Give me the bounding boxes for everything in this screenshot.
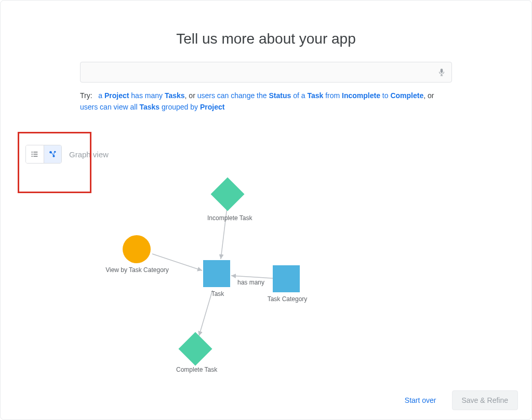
microphone-icon[interactable] (437, 67, 446, 77)
svg-rect-8 (33, 156, 37, 156)
suggestion-link-2[interactable]: users can change the Status of a Task fr… (197, 91, 424, 100)
graph-view-toggle[interactable] (44, 145, 61, 163)
try-label: Try: (80, 91, 92, 100)
sep: , or (185, 91, 197, 100)
graph-canvas[interactable]: Incomplete Task View by Task Category Ta… (1, 172, 532, 390)
svg-rect-0 (441, 69, 443, 73)
svg-point-5 (32, 156, 33, 157)
svg-point-4 (32, 154, 33, 155)
node-label: View by Task Category (104, 266, 170, 274)
node-task[interactable] (203, 260, 230, 287)
node-label: Task (207, 290, 228, 297)
suggestion-link-3[interactable]: users can view all Tasks grouped by Proj… (80, 103, 224, 111)
svg-point-3 (32, 152, 33, 153)
search-box[interactable] (80, 62, 452, 83)
svg-point-11 (52, 155, 55, 157)
page-title: Tell us more about your app (1, 31, 531, 47)
node-label: Task Category (265, 295, 309, 303)
svg-line-16 (231, 276, 273, 278)
suggestion-link-1[interactable]: a Project has many Tasks (98, 91, 184, 100)
list-icon (31, 150, 39, 158)
svg-line-13 (54, 153, 54, 155)
svg-line-12 (51, 153, 54, 155)
node-view-by-category[interactable] (123, 235, 151, 263)
app-frame: Tell us more about your app Try: a Proje… (0, 0, 532, 420)
list-view-toggle[interactable] (26, 145, 44, 163)
view-controls: Graph view (25, 145, 109, 164)
edge-label: has many (237, 279, 264, 286)
node-task-category[interactable] (273, 265, 300, 292)
node-label: Complete Task (176, 366, 217, 373)
view-toggle (25, 145, 62, 164)
graph-icon (48, 150, 58, 159)
node-label: Incomplete Task (207, 214, 249, 222)
save-refine-button: Save & Refine (452, 390, 518, 410)
svg-rect-7 (33, 154, 37, 154)
description-input[interactable] (86, 62, 437, 83)
view-mode-label: Graph view (69, 150, 109, 159)
svg-rect-6 (33, 152, 37, 152)
footer-actions: Start over Save & Refine (401, 390, 518, 410)
start-over-button[interactable]: Start over (401, 393, 441, 408)
suggestions: Try: a Project has many Tasks, or users … (80, 90, 452, 113)
sep: , or (423, 91, 434, 100)
search-section: Try: a Project has many Tasks, or users … (80, 62, 452, 113)
